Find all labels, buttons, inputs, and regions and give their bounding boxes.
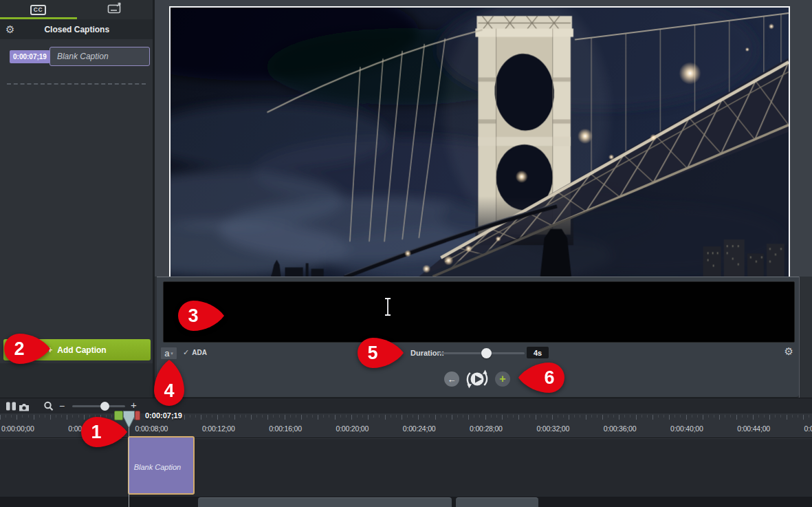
ruler-timestamp: 0:00:12;00 (202, 424, 235, 433)
captions-settings-gear-icon[interactable]: ⚙ (6, 24, 14, 34)
sidebar-tab-bar: CC (0, 0, 153, 19)
annotation-marker-2: 2 (3, 332, 52, 365)
ruler-timestamp: 0:00:08;00 (135, 424, 168, 433)
sidebar-lower-area (0, 363, 153, 398)
ruler-timestamp: 0:00:48;00 (804, 424, 812, 433)
export-captions-icon (107, 2, 123, 17)
text-cursor-icon (383, 297, 393, 319)
caption-start-time: 0:00:07;19 (10, 50, 50, 63)
caption-text-box[interactable]: Blank Caption (50, 47, 150, 66)
tab-closed-captions[interactable]: CC (0, 0, 76, 19)
editor-settings-gear-icon[interactable]: ⚙ (784, 346, 793, 356)
panel-header: ⚙ Closed Captions (0, 19, 153, 39)
annotation-marker-3: 3 (177, 299, 226, 332)
arrow-left-icon: ← (448, 375, 457, 384)
tab-export-captions[interactable] (76, 0, 153, 19)
zoom-out-button[interactable]: − (59, 400, 65, 411)
zoom-slider-thumb[interactable] (100, 402, 109, 411)
split-tracks-icon[interactable] (6, 401, 17, 414)
caption-list-item[interactable]: 0:00:07;19Blank Caption (10, 47, 150, 66)
timeline-tracks (0, 438, 812, 507)
zoom-in-button[interactable]: + (131, 399, 137, 411)
zoom-magnifier-icon[interactable] (43, 401, 54, 414)
caption-text-input[interactable] (163, 281, 795, 343)
cc-icon: CC (30, 5, 46, 15)
panel-title: Closed Captions (14, 25, 139, 34)
play-loop-button[interactable] (465, 367, 489, 391)
marker-number: 1 (80, 416, 113, 449)
duration-slider[interactable] (438, 348, 525, 358)
video-canvas (169, 6, 790, 278)
check-icon: ✓ (183, 348, 189, 357)
video-preview-area (155, 0, 812, 277)
ruler-timestamp: 0:00:44;00 (737, 424, 770, 433)
ruler-timestamp: 0:00:36;00 (604, 424, 637, 433)
annotation-marker-1: 1 (80, 416, 129, 449)
marker-number: 2 (3, 332, 36, 365)
ruler-timestamp: 0:00:24;00 (403, 424, 436, 433)
play-loop-icon (465, 367, 489, 391)
duration-value-field[interactable]: 4s (527, 347, 549, 358)
right-strip (799, 277, 812, 398)
annotation-marker-6: 6 (533, 361, 582, 394)
chevron-down-icon: ▾ (171, 351, 173, 356)
marker-number: 5 (356, 336, 389, 369)
caption-editor-panel: a ▾ ✓ ADA Duration: 4s ⚙ ← (157, 277, 799, 398)
duration-slider-thumb[interactable] (481, 348, 492, 358)
marker-number: 4 (153, 374, 186, 407)
timeline-media-clip[interactable] (456, 497, 538, 507)
plus-icon: + (499, 374, 505, 385)
ruler-timestamp: 0:00:16;00 (269, 424, 302, 433)
ruler-timestamp: 0:00:20;00 (336, 424, 369, 433)
ada-compliance-checkbox[interactable]: ✓ ADA (183, 348, 207, 357)
zoom-slider-track[interactable] (72, 405, 125, 407)
annotation-marker-5: 5 (356, 336, 406, 369)
annotation-marker-4: 4 (153, 374, 202, 407)
ruler-timestamp: 0:00:40;00 (670, 424, 703, 433)
playhead-timestamp: 0:00:07;19 (145, 411, 182, 420)
add-caption-transport-button[interactable]: + (495, 371, 510, 387)
ruler-timestamp: 0:00:28;00 (470, 424, 503, 433)
timeline-caption-clip[interactable]: Blank Caption (128, 436, 195, 495)
bridge-night-scene (171, 8, 789, 277)
ruler-timestamp: 0:00:32;00 (536, 424, 569, 433)
timeline-media-clip[interactable] (198, 497, 452, 507)
previous-caption-button[interactable]: ← (444, 371, 459, 387)
playhead-out-handle[interactable] (135, 411, 140, 420)
marker-number: 3 (177, 299, 210, 332)
camera-icon[interactable] (19, 402, 30, 414)
caption-drop-divider (7, 83, 146, 85)
ruler-timestamp: 0:00:00;00 (1, 424, 34, 433)
marker-number: 6 (533, 361, 566, 394)
captions-editor-app: CC ⚙ Closed Captions 0:00:07;19Blank Cap… (0, 0, 812, 507)
clip-label: Blank Caption (134, 463, 182, 471)
